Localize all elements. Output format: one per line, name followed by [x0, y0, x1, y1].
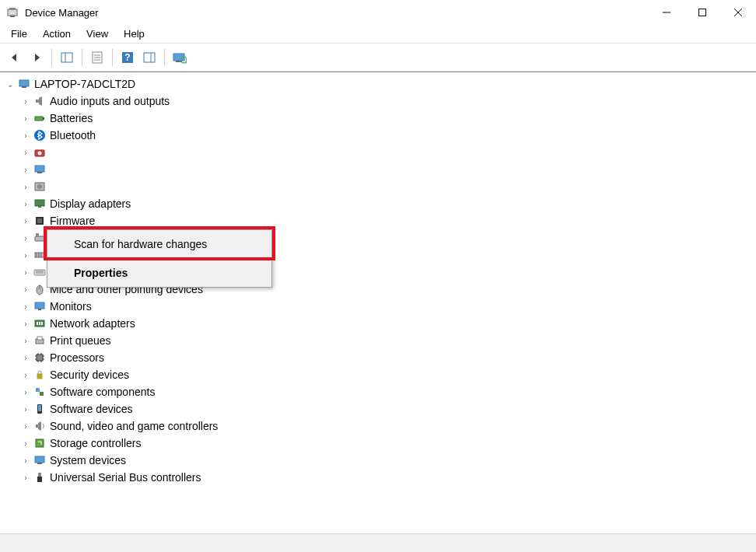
close-button[interactable]: [720, 0, 756, 25]
svg-rect-56: [37, 355, 43, 361]
tree-category-label: Software devices: [50, 403, 133, 415]
tree-category-node[interactable]: ›Network adapters: [17, 315, 754, 332]
tree-category-node[interactable]: ›Sound, video and game controllers: [17, 417, 754, 435]
chevron-right-icon[interactable]: ›: [20, 198, 31, 209]
chevron-right-icon[interactable]: ›: [20, 318, 31, 329]
properties-button[interactable]: [87, 47, 107, 68]
action-pane-button[interactable]: [139, 47, 159, 68]
tree-category-node[interactable]: ›Audio inputs and outputs: [17, 93, 754, 110]
scan-hardware-icon: [173, 51, 187, 64]
tree-category-node[interactable]: ›Software components: [17, 383, 754, 400]
tree-category-label: Universal Serial Bus controllers: [50, 471, 201, 484]
usb-icon: [33, 470, 47, 484]
chevron-right-icon[interactable]: ›: [20, 455, 31, 466]
chevron-right-icon[interactable]: ›: [20, 301, 31, 312]
chevron-right-icon[interactable]: ›: [20, 352, 31, 363]
svg-point-32: [37, 184, 42, 189]
context-scan-hardware[interactable]: Scan for hardware changes: [49, 232, 270, 257]
tree-category-node[interactable]: ›Universal Serial Bus controllers: [17, 469, 754, 486]
chevron-right-icon[interactable]: ›: [20, 421, 31, 431]
tree-category-label: Storage controllers: [50, 437, 142, 449]
device-tree-pane[interactable]: ⌄ LAPTOP-7ADCLT2D ›Audio inputs and outp…: [0, 72, 756, 533]
toolbar: ?: [0, 44, 756, 72]
storage-icon: [33, 436, 47, 450]
chevron-right-icon[interactable]: ›: [20, 147, 31, 158]
tree-category-node[interactable]: ›: [17, 144, 754, 161]
titlebar: Device Manager: [0, 0, 756, 25]
minimize-button[interactable]: [649, 0, 684, 25]
arrow-right-icon: [30, 51, 43, 64]
tree-category-node[interactable]: ›Software devices: [17, 400, 754, 417]
menu-action[interactable]: Action: [35, 26, 79, 41]
battery-icon: [33, 111, 47, 125]
statusbar: [0, 533, 756, 552]
svg-rect-24: [35, 117, 43, 121]
chevron-right-icon[interactable]: ›: [20, 215, 31, 226]
svg-rect-1: [9, 8, 16, 10]
tree-category-label: System devices: [50, 454, 126, 466]
svg-rect-48: [35, 302, 44, 309]
svg-rect-15: [144, 53, 155, 62]
tree-category-node[interactable]: ›Processors: [17, 349, 754, 366]
tree-category-label: Network adapters: [50, 317, 135, 330]
app-icon: [6, 6, 19, 19]
help-button[interactable]: ?: [117, 47, 138, 68]
toolbar-separator: [82, 49, 82, 66]
chevron-down-icon[interactable]: ⌄: [5, 79, 16, 89]
tree-category-node[interactable]: ›Security devices: [17, 366, 754, 383]
chevron-right-icon[interactable]: ›: [20, 369, 31, 380]
tree-category-label: Processors: [50, 351, 104, 364]
tree-category-node[interactable]: ›System devices: [17, 452, 754, 469]
chevron-right-icon[interactable]: ›: [20, 335, 31, 346]
svg-text:?: ?: [124, 52, 130, 63]
back-button[interactable]: [5, 47, 25, 68]
chevron-right-icon[interactable]: ›: [20, 250, 31, 260]
computer-icon: [33, 162, 47, 176]
chevron-right-icon[interactable]: ›: [20, 113, 31, 124]
tree-category-node[interactable]: ›Batteries: [17, 110, 754, 127]
chevron-right-icon[interactable]: ›: [20, 284, 31, 295]
chevron-right-icon[interactable]: ›: [20, 181, 31, 192]
scan-hardware-button[interactable]: [170, 47, 190, 68]
chevron-right-icon[interactable]: ›: [20, 472, 31, 483]
svg-rect-52: [39, 322, 40, 325]
chevron-right-icon[interactable]: ›: [20, 96, 31, 107]
tree-category-node[interactable]: ›Firmware: [17, 212, 754, 229]
tree-category-node[interactable]: ›Bluetooth: [17, 127, 754, 144]
menu-file[interactable]: File: [3, 26, 35, 41]
tree-category-node[interactable]: ›: [17, 161, 754, 178]
chevron-right-icon[interactable]: ›: [20, 438, 31, 449]
tree-category-node[interactable]: ›Monitors: [17, 298, 754, 315]
show-hide-console-tree-button[interactable]: [57, 47, 77, 68]
tree-category-node[interactable]: ›Display adapters: [17, 195, 754, 212]
toolbar-separator: [112, 49, 113, 66]
window-title: Device Manager: [25, 7, 99, 19]
network-icon: [33, 316, 47, 330]
chevron-right-icon[interactable]: ›: [20, 164, 31, 175]
tree-category-node[interactable]: ›: [17, 178, 754, 195]
maximize-button[interactable]: [684, 0, 720, 25]
menu-help[interactable]: Help: [116, 26, 152, 41]
svg-rect-71: [36, 439, 44, 447]
menu-view[interactable]: View: [79, 26, 116, 41]
svg-rect-38: [36, 233, 39, 237]
chevron-right-icon[interactable]: ›: [20, 130, 31, 141]
chevron-right-icon[interactable]: ›: [20, 386, 31, 397]
system-icon: [33, 453, 47, 467]
arrow-left-icon: [9, 51, 21, 64]
help-icon: ?: [121, 51, 134, 64]
tree-category-label: Firmware: [50, 215, 95, 227]
svg-rect-29: [35, 166, 44, 172]
tree-category-node[interactable]: ›Print queues: [17, 332, 754, 349]
svg-rect-65: [37, 374, 42, 379]
chevron-right-icon[interactable]: ›: [20, 267, 31, 278]
svg-rect-53: [41, 322, 43, 325]
context-properties[interactable]: Properties: [49, 260, 270, 285]
tree-root-node[interactable]: ⌄ LAPTOP-7ADCLT2D: [2, 75, 754, 93]
forward-button[interactable]: [26, 47, 47, 68]
svg-rect-22: [22, 86, 26, 88]
chevron-right-icon[interactable]: ›: [20, 404, 31, 414]
tree-category-node[interactable]: ›Storage controllers: [17, 435, 754, 452]
chevron-right-icon[interactable]: ›: [20, 232, 31, 243]
tree-pane-icon: [61, 51, 73, 64]
